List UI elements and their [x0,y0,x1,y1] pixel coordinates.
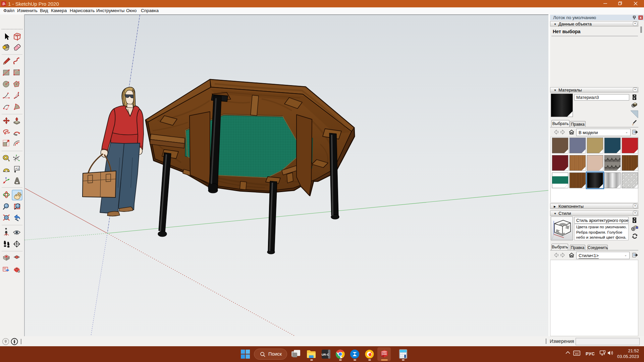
svg-text:UR-C: UR-C [322,353,329,356]
svg-text:C: C [16,242,17,244]
svg-text:A1: A1 [15,167,19,170]
svg-text:3: 3 [17,157,18,159]
